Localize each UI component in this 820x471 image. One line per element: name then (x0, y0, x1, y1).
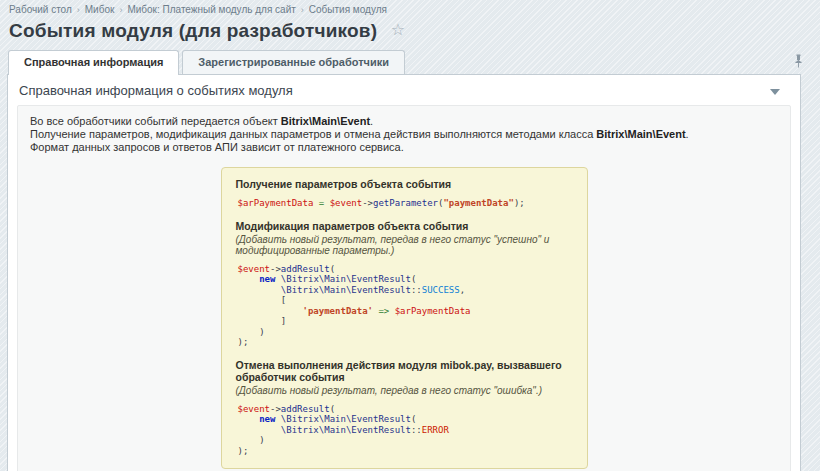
intro-line: Получение параметров, модификация данных… (30, 128, 778, 141)
breadcrumb-separator-icon: › (301, 5, 304, 15)
code-section-heading: Получение параметров объекта события (236, 178, 573, 190)
code-snippet: $arPaymentData = $event->getParameter("p… (238, 198, 573, 209)
title-row: События модуля (для разработчиков) ☆ (0, 17, 820, 51)
tab-bar: Справочная информация Зарегистрированные… (0, 51, 820, 74)
breadcrumb-item-current: События модуля (309, 4, 387, 15)
chevron-down-icon[interactable] (770, 89, 780, 95)
page-title: События модуля (для разработчиков) (9, 20, 377, 41)
main-panel: Справочная информация о событиях модуля … (7, 74, 801, 471)
intro-line: Формат данных запросов и ответов АПИ зав… (30, 141, 778, 154)
section-header: Справочная информация о событиях модуля (8, 75, 800, 105)
breadcrumb-item-mibok[interactable]: Мибок (85, 4, 115, 15)
tab-registered-handlers[interactable]: Зарегистрированные обработчики (182, 50, 405, 74)
breadcrumb-separator-icon: › (119, 5, 122, 15)
code-section-heading: Модификация параметров объекта события (236, 220, 573, 232)
favorite-star-icon[interactable]: ☆ (391, 20, 405, 39)
breadcrumb-item-desktop[interactable]: Рабочий стол (9, 4, 72, 15)
breadcrumb-separator-icon: › (77, 5, 80, 15)
code-section-heading: Отмена выполнения действия модуля mibok.… (236, 359, 573, 383)
intro-text: Во все обработчики событий передается об… (30, 115, 778, 154)
breadcrumb: Рабочий стол›Мибок›Мибок: Платежный моду… (0, 0, 820, 17)
code-section-note: (Добавить новый результат, передав в нег… (236, 234, 573, 256)
code-section-note: (Добавить новый результат, передав в нег… (236, 385, 573, 396)
intro-line: Во все обработчики событий передается об… (30, 115, 778, 128)
breadcrumb-item-payment-module[interactable]: Мибок: Платежный модуль для сайт (127, 4, 295, 15)
pin-icon[interactable] (793, 54, 804, 68)
content-box: Во все обработчики событий передается об… (17, 105, 791, 471)
tab-reference-info[interactable]: Справочная информация (8, 50, 179, 75)
code-example-panel: Получение параметров объекта события $ar… (221, 167, 588, 469)
section-title: Справочная информация о событиях модуля (19, 83, 293, 98)
code-snippet: $event->addResult( new \Bitrix\Main\Even… (238, 404, 573, 457)
code-snippet: $event->addResult( new \Bitrix\Main\Even… (238, 264, 573, 348)
